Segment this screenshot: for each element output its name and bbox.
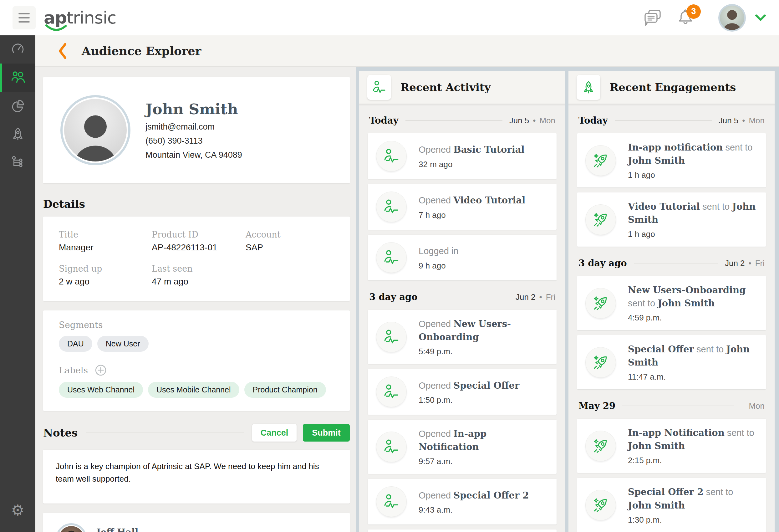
group-label: Today <box>579 115 608 126</box>
segment-pill[interactable]: New User <box>97 336 148 352</box>
group-date: Jun 2 <box>725 258 745 268</box>
activity-object: Basic Tutorial <box>453 144 524 155</box>
rocket-launch-icon <box>585 431 616 461</box>
gear-icon: ⚙ <box>11 503 24 518</box>
engagement-item[interactable]: In-app Notification sent to John Smith 2… <box>577 419 766 473</box>
activity-item[interactable]: Opened New Users-Onboarding 5:49 p.m. <box>368 310 556 364</box>
profile-name: John Smith <box>145 101 242 118</box>
account-menu-chevron-down-icon[interactable] <box>755 14 767 22</box>
activity-prefix: Opened <box>419 380 453 391</box>
person-pulse-icon <box>376 486 407 517</box>
rocket-icon <box>582 80 595 94</box>
hamburger-menu-button[interactable] <box>12 6 36 29</box>
segments-label: Segments <box>59 320 350 330</box>
note-entry-card: Jeff Hall Yesterday • 1:57 p.m. Visited … <box>43 513 350 532</box>
activity-item[interactable]: Logged in 9 h ago <box>368 235 556 280</box>
note-author-avatar <box>56 523 87 532</box>
user-avatar[interactable] <box>718 4 746 32</box>
engagement-item[interactable]: Special Offer 2 sent to John Smith 1:30 … <box>577 478 766 532</box>
logo-rest-text: trinsic <box>67 8 116 27</box>
recent-activity-list[interactable]: Today Jun 5 • Mon Opened Basic Tutorial <box>359 104 565 532</box>
activity-item[interactable]: Opened Video Tutorial 7 h ago <box>368 184 556 230</box>
engagement-group-header: 3 day ago Jun 2 • Fri <box>579 258 765 269</box>
topbar: aptrinsic 3 <box>0 0 779 35</box>
engagement-recipient: John Smith <box>658 298 715 308</box>
activity-item[interactable]: Opened Basic Tutorial 32 m ago <box>368 133 556 179</box>
tree-icon <box>11 155 25 169</box>
activity-item[interactable]: Logged in 9:42 a.m. <box>368 530 556 532</box>
messages-icon[interactable] <box>642 7 664 29</box>
submit-button[interactable]: Submit <box>303 424 350 441</box>
logo-smile-icon <box>45 24 68 33</box>
engagement-name: Special Offer 2 <box>628 487 703 497</box>
detail-field-last-seen: Last seen 47 m ago <box>152 264 246 287</box>
engagement-middle: sent to <box>700 201 732 212</box>
engagement-time: 1:30 p.m. <box>628 515 758 525</box>
engagements-header-tile <box>577 75 600 100</box>
activity-time: 9 h ago <box>419 261 458 271</box>
details-card: Title Manager Product ID AP-48226113-01 … <box>43 217 350 301</box>
sidebar-item-settings[interactable]: ⚙ <box>0 496 35 525</box>
sidebar-item-product-mapper[interactable] <box>0 148 35 176</box>
field-label: Signed up <box>59 264 152 274</box>
audience-users-icon <box>10 70 25 85</box>
recent-engagements-list[interactable]: Today Jun 5 • Mon In-app notification se… <box>568 104 775 532</box>
notification-count-badge: 3 <box>686 4 701 19</box>
group-date: Jun 5 <box>509 116 529 125</box>
activity-prefix: Opened <box>419 144 453 155</box>
divider <box>406 120 502 121</box>
engagement-time: 1 h ago <box>628 229 758 239</box>
label-pill[interactable]: Product Champion <box>244 382 326 398</box>
engagement-item[interactable]: New Users-Onboarding sent to John Smith … <box>577 276 766 330</box>
engagement-middle: sent to <box>725 428 754 438</box>
group-date: Jun 5 <box>719 116 739 125</box>
activity-time: 9:43 a.m. <box>419 505 529 515</box>
notes-draft-text: John is a key champion of Aptrinsic at S… <box>56 460 337 485</box>
details-heading: Details <box>43 198 85 210</box>
group-day: Fri <box>546 292 555 302</box>
engagement-name: Special Offer <box>628 344 694 355</box>
recent-engagements-header: Recent Engagements <box>568 71 775 104</box>
cancel-button[interactable]: Cancel <box>252 424 297 441</box>
engagement-item[interactable]: Special Offer sent to John Smith 11:47 a… <box>577 335 766 389</box>
activity-time: 9:57 a.m. <box>419 457 548 466</box>
activity-item[interactable]: Opened Special Offer 1:50 p.m. <box>368 369 556 415</box>
engagement-recipient: John Smith <box>628 440 685 451</box>
add-label-plus-icon[interactable] <box>95 364 107 376</box>
field-value: SAP <box>246 242 350 252</box>
sidebar-item-audience[interactable] <box>0 64 35 92</box>
activity-panels: Recent Activity Today Jun 5 • Mon <box>356 67 779 532</box>
person-pulse-icon <box>376 376 407 407</box>
rocket-launch-icon <box>585 490 616 520</box>
labels-label: Labels <box>59 365 88 375</box>
notes-input[interactable]: John is a key champion of Aptrinsic at S… <box>43 450 350 504</box>
engagement-time: 11:47 a.m. <box>628 372 758 382</box>
engagement-time: 1 h ago <box>628 170 758 180</box>
details-section-header: Details <box>43 198 350 210</box>
engagement-middle: sent to <box>694 344 726 354</box>
detail-field-product-id: Product ID AP-48226113-01 <box>152 230 246 252</box>
field-value: 2 w ago <box>59 277 152 287</box>
page-title: Audience Explorer <box>82 44 201 58</box>
profile-card: John Smith jsmith@email.com (650) 390-31… <box>43 77 350 183</box>
label-pill[interactable]: Uses Mobile Channel <box>148 382 239 398</box>
note-author-name: Jeff Hall <box>96 527 176 532</box>
engagement-item[interactable]: In-app notification sent to John Smith 1… <box>577 133 766 187</box>
aptrinsic-logo: aptrinsic <box>44 8 116 27</box>
field-label: Title <box>59 230 152 239</box>
label-pill[interactable]: Uses Web Channel <box>59 382 143 398</box>
group-date: Jun 2 <box>516 292 536 302</box>
sidebar-item-analytics[interactable] <box>0 92 35 120</box>
field-label: Product ID <box>152 230 246 239</box>
segment-pill[interactable]: DAU <box>59 336 92 352</box>
profile-location: Mountain View, CA 94089 <box>145 150 242 160</box>
sidebar-item-engagements[interactable] <box>0 120 35 148</box>
activity-item[interactable]: Opened Special Offer 2 9:43 a.m. <box>368 479 556 525</box>
engagement-item[interactable]: Video Tutorial sent to John Smith 1 h ag… <box>577 192 766 247</box>
activity-item[interactable]: Opened In-app Notification 9:57 a.m. <box>368 420 556 474</box>
detail-field-signed-up: Signed up 2 w ago <box>59 264 152 287</box>
activity-prefix: Logged in <box>419 246 458 256</box>
notifications-bell-icon[interactable]: 3 <box>674 7 697 29</box>
sidebar-item-dashboard[interactable] <box>0 35 35 64</box>
back-button[interactable] <box>57 43 67 59</box>
